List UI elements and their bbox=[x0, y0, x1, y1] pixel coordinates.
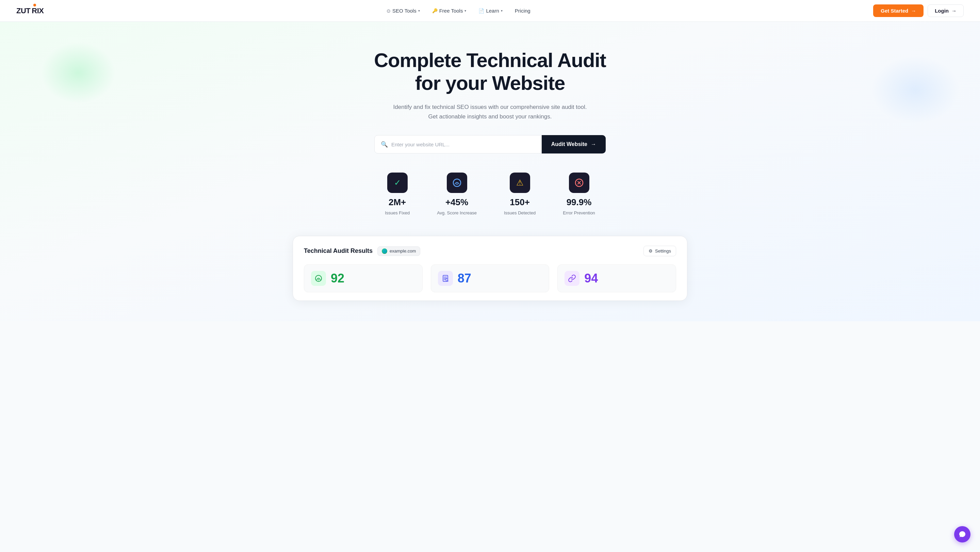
nav-free-tools-label: Free Tools bbox=[439, 8, 463, 14]
links-icon-box bbox=[565, 271, 579, 286]
stats-row: ✓ 2M+ Issues Fixed +45% Avg. Score Incre… bbox=[8, 173, 972, 215]
issues-detected-value: 150+ bbox=[510, 197, 530, 208]
x-circle-icon bbox=[574, 178, 584, 188]
learn-icon: 📄 bbox=[479, 8, 484, 14]
nav-learn-label: Learn bbox=[486, 8, 499, 14]
stat-issues-detected: ⚠ 150+ Issues Detected bbox=[504, 173, 536, 215]
document-icon bbox=[441, 274, 450, 282]
nav-learn[interactable]: 📄 Learn ▾ bbox=[474, 5, 507, 16]
results-section: Technical Audit Results 🌐 example.com ⚙ … bbox=[8, 236, 972, 301]
seo-icon-box bbox=[438, 271, 453, 286]
logo-dot-icon bbox=[33, 4, 36, 6]
link-icon bbox=[568, 274, 576, 282]
svg-point-1 bbox=[456, 183, 458, 185]
hero-title-line1: Complete Technical Audit bbox=[374, 49, 606, 71]
issues-fixed-label: Issues Fixed bbox=[385, 210, 410, 215]
get-started-label: Get Started bbox=[881, 8, 908, 14]
get-started-arrow-icon: → bbox=[911, 8, 916, 14]
seo-value: 87 bbox=[458, 271, 471, 286]
stat-score-increase: +45% Avg. Score Increase bbox=[437, 173, 477, 215]
hero-subtitle: Identify and fix technical SEO issues wi… bbox=[391, 102, 589, 121]
metric-performance: 92 bbox=[304, 264, 423, 292]
login-label: Login bbox=[935, 8, 949, 14]
login-arrow-icon: → bbox=[951, 8, 956, 14]
card-title-row: Technical Audit Results 🌐 example.com bbox=[304, 247, 420, 256]
results-card: Technical Audit Results 🌐 example.com ⚙ … bbox=[293, 236, 687, 301]
score-increase-label: Avg. Score Increase bbox=[437, 210, 477, 215]
settings-button[interactable]: ⚙ Settings bbox=[643, 246, 676, 256]
seo-tools-icon: ⊙ bbox=[387, 8, 391, 14]
nav-pricing[interactable]: Pricing bbox=[510, 5, 535, 16]
seo-tools-chevron-icon: ▾ bbox=[418, 9, 420, 13]
url-input[interactable] bbox=[391, 142, 535, 147]
nav-links: ⊙ SEO Tools ▾ 🔑 Free Tools ▾ 📄 Learn ▾ P… bbox=[382, 5, 535, 16]
hero-blob-right bbox=[871, 56, 959, 124]
stat-issues-fixed: ✓ 2M+ Issues Fixed bbox=[385, 173, 410, 215]
settings-label: Settings bbox=[655, 248, 671, 253]
nav-pricing-label: Pricing bbox=[515, 8, 530, 14]
check-circle-icon: ✓ bbox=[394, 178, 401, 188]
stat-error-prevention: 99.9% Error Prevention bbox=[563, 173, 595, 215]
hero-title: Complete Technical Audit for your Websit… bbox=[371, 49, 609, 94]
warning-icon: ⚠ bbox=[516, 178, 524, 188]
speedometer-icon bbox=[452, 178, 462, 188]
navbar: ZUT RIX ⊙ SEO Tools ▾ 🔑 Free Tools ▾ 📄 L… bbox=[0, 0, 980, 22]
performance-value: 92 bbox=[331, 271, 344, 286]
settings-gear-icon: ⚙ bbox=[649, 248, 653, 253]
hero-blob-left bbox=[41, 42, 116, 103]
domain-globe-icon: 🌐 bbox=[382, 248, 387, 254]
card-header: Technical Audit Results 🌐 example.com ⚙ … bbox=[304, 246, 676, 256]
logo-text-2: RIX bbox=[32, 6, 43, 15]
error-prevention-icon-box bbox=[569, 173, 589, 193]
search-box: 🔍 bbox=[374, 135, 542, 153]
login-button[interactable]: Login → bbox=[928, 5, 964, 17]
chat-bubble[interactable] bbox=[954, 526, 970, 542]
free-tools-chevron-icon: ▾ bbox=[465, 9, 466, 13]
score-increase-icon-box bbox=[447, 173, 467, 193]
nav-actions: Get Started → Login → bbox=[873, 5, 964, 17]
search-row: 🔍 Audit Website → bbox=[374, 135, 606, 153]
search-icon: 🔍 bbox=[381, 141, 388, 148]
svg-point-6 bbox=[318, 279, 319, 280]
audit-button-arrow-icon: → bbox=[591, 141, 596, 147]
issues-fixed-value: 2M+ bbox=[388, 197, 406, 208]
nav-seo-tools[interactable]: ⊙ SEO Tools ▾ bbox=[382, 5, 425, 16]
audit-website-button[interactable]: Audit Website → bbox=[542, 135, 606, 153]
audit-button-label: Audit Website bbox=[551, 141, 587, 147]
svg-line-9 bbox=[447, 281, 448, 282]
metrics-row: 92 87 bbox=[304, 264, 676, 292]
metric-links: 94 bbox=[557, 264, 676, 292]
free-tools-icon: 🔑 bbox=[432, 8, 438, 13]
issues-fixed-icon-box: ✓ bbox=[387, 173, 408, 193]
nav-free-tools[interactable]: 🔑 Free Tools ▾ bbox=[427, 5, 471, 16]
domain-badge: 🌐 example.com bbox=[377, 247, 420, 256]
issues-detected-label: Issues Detected bbox=[504, 210, 536, 215]
error-prevention-value: 99.9% bbox=[566, 197, 592, 208]
score-increase-value: +45% bbox=[445, 197, 468, 208]
nav-seo-tools-label: SEO Tools bbox=[392, 8, 417, 14]
domain-text: example.com bbox=[390, 248, 416, 253]
performance-gauge-icon bbox=[314, 274, 323, 282]
logo-text: ZUT bbox=[16, 6, 30, 15]
chat-icon bbox=[959, 531, 966, 538]
logo[interactable]: ZUT RIX bbox=[16, 6, 43, 15]
issues-detected-icon-box: ⚠ bbox=[510, 173, 530, 193]
metric-seo: 87 bbox=[431, 264, 550, 292]
performance-icon-box bbox=[311, 271, 326, 286]
learn-chevron-icon: ▾ bbox=[501, 9, 503, 13]
error-prevention-label: Error Prevention bbox=[563, 210, 595, 215]
links-value: 94 bbox=[584, 271, 598, 286]
hero-title-line2: for your Website bbox=[415, 72, 565, 94]
hero-section: Complete Technical Audit for your Websit… bbox=[0, 22, 980, 321]
get-started-button[interactable]: Get Started → bbox=[873, 5, 924, 17]
card-title: Technical Audit Results bbox=[304, 247, 372, 255]
